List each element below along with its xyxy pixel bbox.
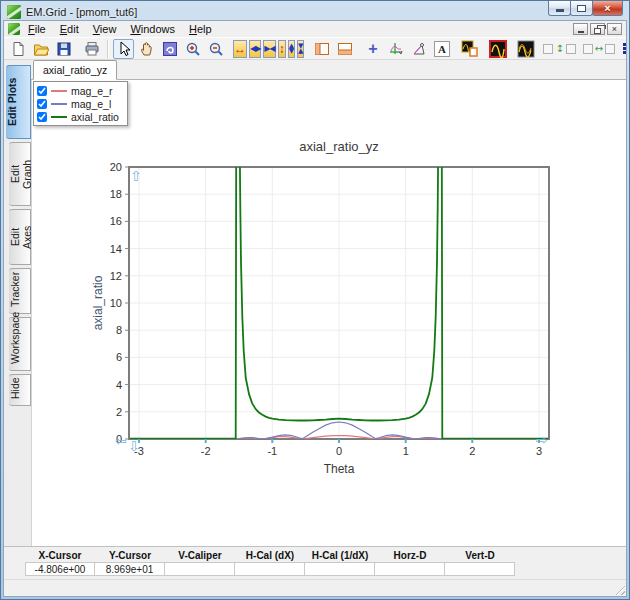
- minimize-icon: [556, 9, 564, 12]
- menu-edit[interactable]: Edit: [54, 22, 85, 36]
- zoom-in-button[interactable]: [182, 39, 203, 59]
- window-title: EM.Grid - [pmom_tut6]: [26, 6, 137, 18]
- x-autoscale-group: ↔: [583, 43, 615, 54]
- text-tool-button[interactable]: A: [431, 39, 452, 59]
- axis-drag-handle: ⇧: [130, 168, 142, 184]
- x-axis-label: Theta: [324, 462, 355, 476]
- plot-window-tool-button[interactable]: [459, 39, 480, 59]
- axis-drag-handle: ⇦: [115, 433, 127, 449]
- legend: mag_e_r mag_e_l axial_ratio: [33, 81, 128, 126]
- y-autoscale-right-checkbox[interactable]: [566, 44, 576, 54]
- split-horizontal-button[interactable]: [334, 39, 355, 59]
- menu-view[interactable]: View: [87, 22, 123, 36]
- mdi-minimize-icon: [578, 31, 584, 33]
- angle-tool-button[interactable]: [408, 39, 429, 59]
- menu-file[interactable]: File: [22, 22, 52, 36]
- sidebar-tab-tracker[interactable]: Tracker: [9, 268, 31, 314]
- close-button[interactable]: ×: [592, 1, 623, 16]
- sidebar-tab-workspace[interactable]: Workspace: [9, 317, 31, 371]
- expand-x-button[interactable]: ↔: [233, 40, 247, 58]
- h-cal-1dx-value: [305, 562, 375, 576]
- svg-text:2: 2: [116, 406, 122, 418]
- split-vertical-button[interactable]: [311, 39, 332, 59]
- x-autoscale-left-checkbox[interactable]: [583, 44, 593, 54]
- cursor-table-header: X-Cursor Y-Cursor V-Caliper H-Cal (dX) H…: [25, 550, 626, 561]
- svg-text:-2: -2: [201, 445, 211, 457]
- svg-text:6: 6: [116, 351, 122, 363]
- mdi-minimize-button[interactable]: [573, 23, 588, 35]
- svg-text:0: 0: [336, 445, 342, 457]
- compress-y-button[interactable]: ▼▲: [297, 40, 304, 58]
- compress-x-button[interactable]: ▶◀: [263, 40, 275, 58]
- svg-text:18: 18: [110, 188, 122, 200]
- menu-help[interactable]: Help: [183, 22, 218, 36]
- x-cursor-value: -4.806e+00: [25, 562, 95, 576]
- expand-y-button[interactable]: ↕: [278, 40, 286, 58]
- titlebar: EM.Grid - [pmom_tut6]: [3, 3, 627, 20]
- y-cursor-value: 8.969e+01: [95, 562, 165, 576]
- maximize-button[interactable]: [570, 1, 593, 16]
- zoom-out-button[interactable]: [205, 39, 226, 59]
- app-logo-icon: [7, 5, 21, 19]
- legend-swatch-axial-ratio: [51, 116, 67, 118]
- toolbar-separator: [107, 40, 108, 58]
- menubar: File Edit View Windows Help ×: [4, 21, 626, 37]
- waveform-tool-1-button[interactable]: [487, 39, 508, 59]
- legend-checkbox-mag-e-r[interactable]: [37, 86, 47, 96]
- svg-text:4: 4: [116, 379, 122, 391]
- legend-checkbox-mag-e-l[interactable]: [37, 99, 47, 109]
- legend-item-mag-e-l[interactable]: mag_e_l: [37, 97, 119, 110]
- save-button[interactable]: [53, 39, 74, 59]
- tab-axial-ratio-yz[interactable]: axial_ratio_yz: [33, 60, 117, 80]
- x-autoscale-right-checkbox[interactable]: [605, 44, 615, 54]
- svg-text:20: 20: [110, 161, 122, 173]
- axis-drag-handle: ⇨: [536, 432, 548, 448]
- v-arrows-icon: ↕: [555, 43, 563, 54]
- layout-button[interactable]: Layout: [623, 43, 626, 54]
- chart-title: axial_ratio_yz: [299, 139, 379, 154]
- stretch-y-button[interactable]: ▲▼: [288, 40, 295, 58]
- y-autoscale-group: ↕: [543, 43, 575, 54]
- mdi-restore-button[interactable]: [590, 23, 605, 35]
- stretch-x-button[interactable]: ◀▶: [249, 40, 261, 58]
- svg-text:2: 2: [469, 445, 475, 457]
- legend-item-axial-ratio[interactable]: axial_ratio: [37, 110, 119, 123]
- app-window: EM.Grid - [pmom_tut6] × File Edit View W…: [0, 0, 630, 600]
- sidebar-tab-hide[interactable]: Hide: [9, 374, 31, 406]
- svg-text:14: 14: [110, 243, 122, 255]
- cursor-table: X-Cursor Y-Cursor V-Caliper H-Cal (dX) H…: [4, 546, 626, 579]
- legend-item-mag-e-r[interactable]: mag_e_r: [37, 84, 119, 97]
- zoom-region-tool-button[interactable]: [159, 39, 180, 59]
- new-document-button[interactable]: [7, 39, 28, 59]
- y-autoscale-left-checkbox[interactable]: [543, 44, 553, 54]
- waveform-tool-2-button[interactable]: [515, 39, 536, 59]
- pan-tool-button[interactable]: [136, 39, 157, 59]
- print-button[interactable]: [81, 39, 102, 59]
- sidebar-tab-edit-plots[interactable]: Edit Plots: [6, 65, 31, 139]
- minimize-button[interactable]: [548, 1, 571, 16]
- axes-tool-button[interactable]: [385, 39, 406, 59]
- mdi-close-button[interactable]: ×: [607, 23, 622, 35]
- select-tool-button[interactable]: [113, 39, 134, 59]
- window-controls: ×: [549, 1, 623, 16]
- h-cal-dx-value: [235, 562, 305, 576]
- chart-area[interactable]: axial_ratio_yz axial_ratio Theta -3-2-10…: [32, 80, 626, 546]
- svg-text:12: 12: [110, 270, 122, 282]
- crosshair-tool-button[interactable]: +: [362, 39, 383, 59]
- vert-d-value: [445, 562, 515, 576]
- svg-text:1: 1: [403, 445, 409, 457]
- resize-grip[interactable]: [613, 583, 625, 595]
- axis-drag-handle: ⇩: [128, 438, 140, 454]
- open-file-button[interactable]: [30, 39, 51, 59]
- cursor-table-values: -4.806e+00 8.969e+01: [25, 562, 626, 576]
- y-axis-label: axial_ratio: [91, 275, 105, 330]
- sidebar-tab-edit-axes[interactable]: Edit Axes: [9, 209, 31, 265]
- legend-swatch-mag-e-r: [51, 90, 67, 92]
- horz-d-value: [375, 562, 445, 576]
- legend-checkbox-axial-ratio[interactable]: [37, 112, 47, 122]
- close-icon: ×: [604, 3, 610, 14]
- document-icon[interactable]: [8, 23, 20, 35]
- sidebar-tab-edit-graph[interactable]: Edit Graph: [9, 142, 31, 206]
- v-caliper-value: [165, 562, 235, 576]
- menu-windows[interactable]: Windows: [124, 22, 181, 36]
